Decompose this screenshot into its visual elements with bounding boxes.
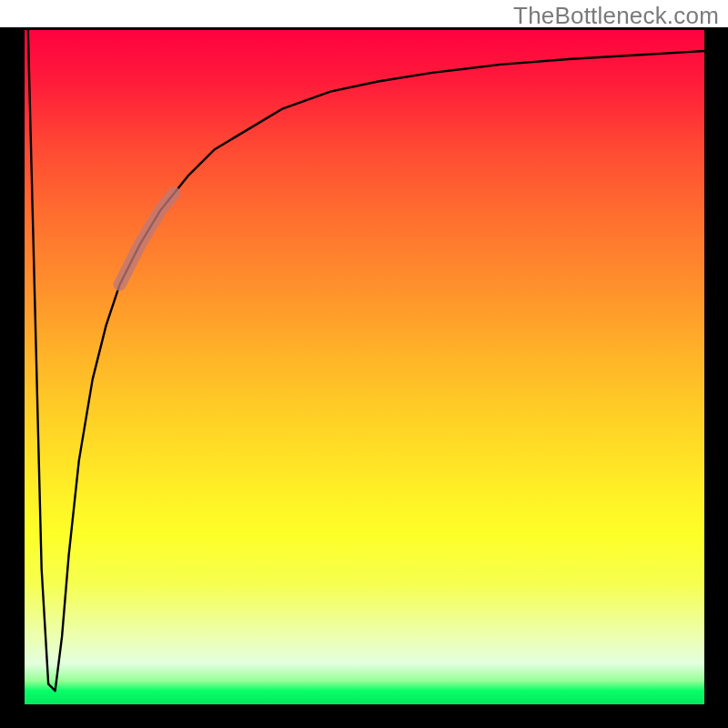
watermark-text: TheBottleneck.com (513, 2, 719, 30)
frame-bottom (0, 704, 728, 728)
bottleneck-curve-path (28, 27, 704, 691)
frame-left (0, 27, 25, 704)
frame-right (704, 27, 728, 704)
chart-svg (25, 27, 704, 704)
curve-layer (28, 27, 704, 691)
highlight-segment-path (120, 193, 175, 284)
chart-container: TheBottleneck.com (0, 0, 728, 728)
